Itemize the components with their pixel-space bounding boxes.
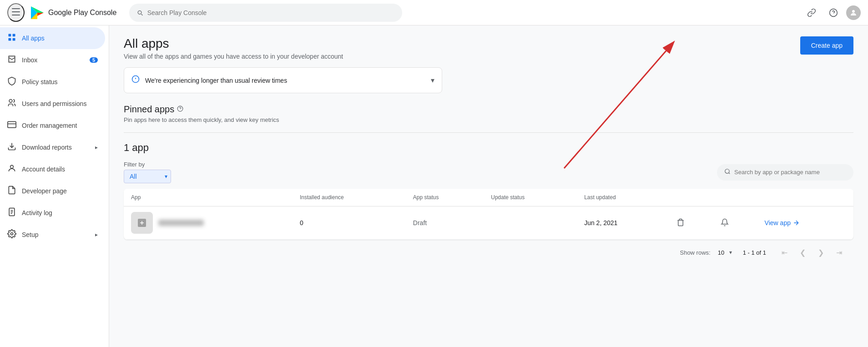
main-content: All apps View all of the apps and games … xyxy=(109,25,868,347)
create-app-button[interactable]: Create app xyxy=(800,36,853,55)
pagination-count: 1 - 1 of 1 xyxy=(743,249,766,256)
account-details-icon xyxy=(7,164,16,175)
page-title: All apps xyxy=(124,36,343,51)
developer-page-icon xyxy=(7,186,16,197)
setup-icon xyxy=(7,229,16,241)
pinned-apps-section: Pinned apps Pin apps here to access them… xyxy=(124,104,853,123)
bell-action-cell[interactable] xyxy=(713,206,757,240)
search-input[interactable] xyxy=(147,9,395,16)
logo[interactable]: Google Play Console xyxy=(30,5,116,20)
app-cell xyxy=(124,206,293,240)
avatar[interactable] xyxy=(846,5,861,20)
last-updated-cell: Jun 2, 2021 xyxy=(577,206,669,240)
apps-count: 1 app xyxy=(124,142,149,154)
table-head: AppInstalled audienceApp statusUpdate st… xyxy=(124,189,853,206)
bell-icon[interactable] xyxy=(721,218,729,226)
filter-group: Filter by AllPublishedDraftIn review ▾ xyxy=(124,161,171,183)
table-column-header: Installed audience xyxy=(293,189,406,206)
search-icon xyxy=(136,9,143,16)
table-column-header xyxy=(669,189,713,206)
svg-point-14 xyxy=(9,99,12,102)
svg-point-29 xyxy=(725,169,729,173)
table-header-row: AppInstalled audienceApp statusUpdate st… xyxy=(124,189,853,206)
topbar: Google Play Console xyxy=(0,0,868,25)
link-icon xyxy=(807,8,816,17)
sidebar-item-account-details[interactable]: Account details xyxy=(0,158,105,180)
svg-rect-13 xyxy=(13,38,15,40)
layout: All apps Inbox 5 Policy status Users and… xyxy=(0,25,868,347)
sidebar-label-inbox: Inbox xyxy=(22,56,84,64)
users-permissions-icon xyxy=(7,98,16,110)
delete-icon[interactable] xyxy=(676,218,685,226)
sidebar: All apps Inbox 5 Policy status Users and… xyxy=(0,25,109,347)
sidebar-item-order-management[interactable]: Order management xyxy=(0,115,105,136)
divider xyxy=(124,132,853,133)
sidebar-item-setup[interactable]: Setup ▸ xyxy=(0,224,105,246)
sidebar-item-inbox[interactable]: Inbox 5 xyxy=(0,49,105,71)
svg-rect-2 xyxy=(12,15,20,15)
svg-rect-15 xyxy=(8,121,16,127)
delete-action-cell[interactable] xyxy=(669,206,713,240)
filter-row: Filter by AllPublishedDraftIn review ▾ xyxy=(124,161,853,183)
filter-select[interactable]: AllPublishedDraftIn review xyxy=(124,170,171,183)
rows-select[interactable]: 10 25 50 xyxy=(718,249,732,256)
rows-select-wrap: 10 25 50 ▾ xyxy=(718,249,732,256)
help-icon-button[interactable] xyxy=(824,4,843,22)
sidebar-item-developer-page[interactable]: Developer page xyxy=(0,180,105,202)
app-search-icon xyxy=(724,168,731,176)
update-status-cell xyxy=(484,206,577,240)
svg-point-9 xyxy=(852,10,855,13)
sidebar-label-download-reports: Download reports xyxy=(22,144,90,151)
svg-rect-0 xyxy=(12,8,20,9)
sidebar-item-activity-log[interactable]: Activity log xyxy=(0,202,105,224)
app-thumbnail xyxy=(131,212,153,234)
sidebar-item-download-reports[interactable]: Download reports ▸ xyxy=(0,136,105,158)
app-search-input[interactable] xyxy=(734,169,846,176)
svg-rect-10 xyxy=(9,34,11,36)
svg-point-18 xyxy=(10,165,14,168)
table-row: 0 Draft Jun 2, 2021 View app xyxy=(124,206,853,240)
inbox-icon xyxy=(7,55,16,66)
app-name: Google Play Console xyxy=(48,9,116,17)
sidebar-label-all-apps: All apps xyxy=(22,35,98,42)
sidebar-item-all-apps[interactable]: All apps xyxy=(0,27,105,49)
sidebar-section: All apps Inbox 5 Policy status Users and… xyxy=(0,27,109,246)
filter-label: Filter by xyxy=(124,161,171,168)
search-bar[interactable] xyxy=(129,4,402,22)
table-column-header xyxy=(713,189,757,206)
table-column-header xyxy=(757,189,853,206)
pagination-next-button[interactable]: ❯ xyxy=(813,245,828,260)
sidebar-label-activity-log: Activity log xyxy=(22,209,98,216)
sidebar-item-policy-status[interactable]: Policy status xyxy=(0,71,105,93)
sidebar-item-users-permissions[interactable]: Users and permissions xyxy=(0,93,105,115)
help-icon xyxy=(829,8,838,17)
pinned-help-icon[interactable] xyxy=(177,106,183,113)
svg-rect-11 xyxy=(13,34,15,36)
installed-audience-cell: 0 xyxy=(293,206,406,240)
topbar-actions xyxy=(802,4,861,22)
link-icon-button[interactable] xyxy=(802,4,821,22)
svg-line-30 xyxy=(729,172,730,174)
table-column-header: App status xyxy=(406,189,484,206)
show-rows-label: Show rows: xyxy=(680,249,710,256)
page-title-block: All apps View all of the apps and games … xyxy=(124,36,343,60)
pagination-first-button[interactable]: ⇤ xyxy=(777,245,792,260)
view-app-cell[interactable]: View app xyxy=(757,206,853,240)
order-management-icon xyxy=(7,120,16,131)
view-app-link[interactable]: View app xyxy=(765,219,846,226)
filter-select-wrap: AllPublishedDraftIn review ▾ xyxy=(124,170,171,183)
sidebar-label-order-management: Order management xyxy=(22,122,98,129)
notice-chevron-icon[interactable]: ▾ xyxy=(431,76,434,85)
arrow-right-icon xyxy=(792,219,800,226)
app-search-wrap xyxy=(717,164,853,181)
menu-icon[interactable] xyxy=(7,3,25,22)
pagination-prev-button[interactable]: ❮ xyxy=(795,245,810,260)
pagination-last-button[interactable]: ⇥ xyxy=(832,245,846,260)
avatar-icon xyxy=(849,9,858,17)
sidebar-label-account-details: Account details xyxy=(22,166,98,173)
notice-banner: We're experiencing longer than usual rev… xyxy=(124,67,442,93)
page-header: All apps View all of the apps and games … xyxy=(124,36,853,60)
pinned-apps-subtitle: Pin apps here to access them quickly, an… xyxy=(124,116,853,123)
table-column-header: Last updated xyxy=(577,189,669,206)
sidebar-label-developer-page: Developer page xyxy=(22,187,98,195)
